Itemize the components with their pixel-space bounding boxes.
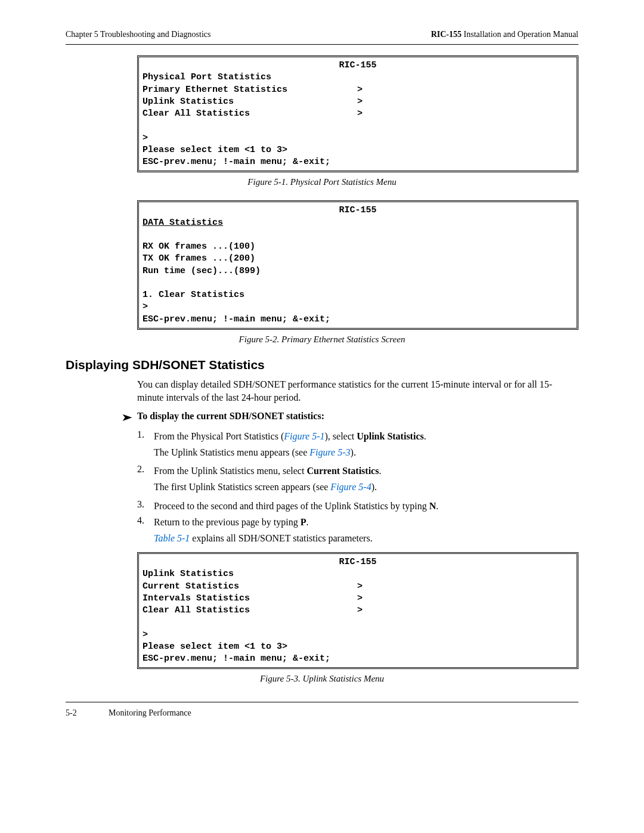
terminal-menu-item: Uplink Statistics > bbox=[143, 96, 573, 108]
chevron-right-icon: > bbox=[357, 96, 363, 108]
arrowhead-icon: ➤ bbox=[121, 411, 133, 425]
terminal-prompt: > bbox=[143, 301, 573, 313]
figure-link[interactable]: Figure 5-3 bbox=[309, 447, 350, 457]
terminal-menu-label: Clear All Statistics bbox=[143, 605, 357, 617]
header-product-suffix: Installation and Operation Manual bbox=[462, 30, 578, 39]
terminal-physical-port-stats: RIC-155 Physical Port Statistics Primary… bbox=[137, 55, 578, 172]
terminal-stat-row: Run time (sec)...(899) bbox=[143, 265, 573, 277]
chevron-right-icon: > bbox=[357, 84, 363, 96]
terminal-menu-label: Uplink Statistics bbox=[143, 96, 357, 108]
terminal-stat-row: RX OK frames ...(100) bbox=[143, 241, 573, 253]
terminal-blank-line bbox=[143, 120, 573, 132]
chevron-right-icon: > bbox=[357, 593, 363, 605]
page: Chapter 5 Troubleshooting and Diagnostic… bbox=[0, 0, 644, 742]
terminal-uplink-stats: RIC-155 Uplink Statistics Current Statis… bbox=[137, 552, 578, 669]
terminal-nav-hint: ESC-prev.menu; !-main menu; &-exit; bbox=[143, 653, 573, 665]
list-content: From the Uplink Statistics menu, select … bbox=[154, 464, 578, 478]
terminal-menu-item: Intervals Statistics > bbox=[143, 593, 573, 605]
list-number: 3. bbox=[137, 499, 154, 513]
numbered-list: 2. From the Uplink Statistics menu, sele… bbox=[137, 464, 578, 478]
terminal-prompt: > bbox=[143, 629, 573, 641]
list-number: 4. bbox=[137, 515, 154, 529]
list-item: 1. From the Physical Port Statistics (Fi… bbox=[137, 429, 578, 443]
header-chapter: Chapter 5 Troubleshooting and Diagnostic… bbox=[66, 30, 210, 39]
terminal-heading: DATA Statistics bbox=[143, 217, 573, 229]
terminal-stat-row: TX OK frames ...(200) bbox=[143, 253, 573, 265]
terminal-menu-label: Primary Ethernet Statistics bbox=[143, 84, 357, 96]
chevron-right-icon: > bbox=[357, 108, 363, 120]
header-product: RIC-155 Installation and Operation Manua… bbox=[431, 30, 578, 39]
terminal-menu-item: Current Statistics > bbox=[143, 581, 573, 593]
terminal-blank-line bbox=[143, 617, 573, 628]
page-footer: 5-2 Monitoring Performance bbox=[66, 702, 578, 718]
numbered-list: 3. Proceed to the second and third pages… bbox=[137, 499, 578, 529]
terminal-action-row: 1. Clear Statistics bbox=[143, 289, 573, 301]
list-item: 3. Proceed to the second and third pages… bbox=[137, 499, 578, 513]
sub-paragraph: The Uplink Statistics menu appears (see … bbox=[154, 445, 578, 459]
figure-caption: Figure 5-3. Uplink Statistics Menu bbox=[66, 674, 578, 684]
terminal-menu-label: Current Statistics bbox=[143, 581, 357, 593]
terminal-menu-item: Primary Ethernet Statistics > bbox=[143, 84, 573, 96]
terminal-title: RIC-155 bbox=[143, 205, 573, 216]
terminal-menu-label: Intervals Statistics bbox=[143, 593, 357, 605]
terminal-nav-hint: ESC-prev.menu; !-main menu; &-exit; bbox=[143, 156, 573, 168]
figure-link[interactable]: Figure 5-4 bbox=[330, 482, 371, 492]
chevron-right-icon: > bbox=[357, 605, 363, 617]
list-number: 2. bbox=[137, 464, 154, 478]
terminal-prompt: > bbox=[143, 132, 573, 144]
page-number: 5-2 bbox=[66, 708, 109, 718]
terminal-menu-item: Clear All Statistics > bbox=[143, 108, 573, 120]
terminal-menu-label: Clear All Statistics bbox=[143, 108, 357, 120]
procedure-heading: ➤ To display the current SDH/SONET stati… bbox=[122, 411, 578, 425]
sub-paragraph: The first Uplink Statistics screen appea… bbox=[154, 480, 578, 494]
header-product-code: RIC-155 bbox=[431, 30, 462, 39]
terminal-data-stats: RIC-155 DATA Statistics RX OK frames ...… bbox=[137, 200, 578, 330]
terminal-blank-line bbox=[143, 277, 573, 289]
section-intro: You can display detailed SDH/SONET perfo… bbox=[137, 378, 578, 405]
list-content: Return to the previous page by typing P. bbox=[154, 515, 578, 529]
terminal-select-hint: Please select item <1 to 3> bbox=[143, 641, 573, 653]
page-header: Chapter 5 Troubleshooting and Diagnostic… bbox=[66, 30, 578, 45]
sub-paragraph: Table 5-1 explains all SDH/SONET statist… bbox=[154, 531, 578, 545]
figure-caption: Figure 5-1. Physical Port Statistics Men… bbox=[66, 177, 578, 187]
numbered-list: 1. From the Physical Port Statistics (Fi… bbox=[137, 429, 578, 443]
terminal-heading: Physical Port Statistics bbox=[143, 72, 573, 83]
list-item: 4. Return to the previous page by typing… bbox=[137, 515, 578, 529]
list-content: Proceed to the second and third pages of… bbox=[154, 499, 578, 513]
footer-section-name: Monitoring Performance bbox=[109, 708, 191, 718]
list-item: 2. From the Uplink Statistics menu, sele… bbox=[137, 464, 578, 478]
list-content: From the Physical Port Statistics (Figur… bbox=[154, 429, 578, 443]
figure-link[interactable]: Figure 5-1 bbox=[284, 431, 324, 441]
terminal-heading: Uplink Statistics bbox=[143, 568, 573, 580]
section-heading: Displaying SDH/SONET Statistics bbox=[66, 358, 578, 372]
terminal-title: RIC-155 bbox=[143, 60, 573, 72]
terminal-blank-line bbox=[143, 229, 573, 241]
terminal-menu-item: Clear All Statistics > bbox=[143, 605, 573, 617]
table-link[interactable]: Table 5-1 bbox=[154, 533, 190, 543]
terminal-select-hint: Please select item <1 to 3> bbox=[143, 144, 573, 156]
terminal-nav-hint: ESC-prev.menu; !-main menu; &-exit; bbox=[143, 314, 573, 326]
chevron-right-icon: > bbox=[357, 581, 363, 593]
procedure-title: To display the current SDH/SONET statist… bbox=[137, 411, 324, 425]
terminal-title: RIC-155 bbox=[143, 556, 573, 568]
figure-caption: Figure 5-2. Primary Ethernet Statistics … bbox=[66, 335, 578, 345]
list-number: 1. bbox=[137, 429, 154, 443]
